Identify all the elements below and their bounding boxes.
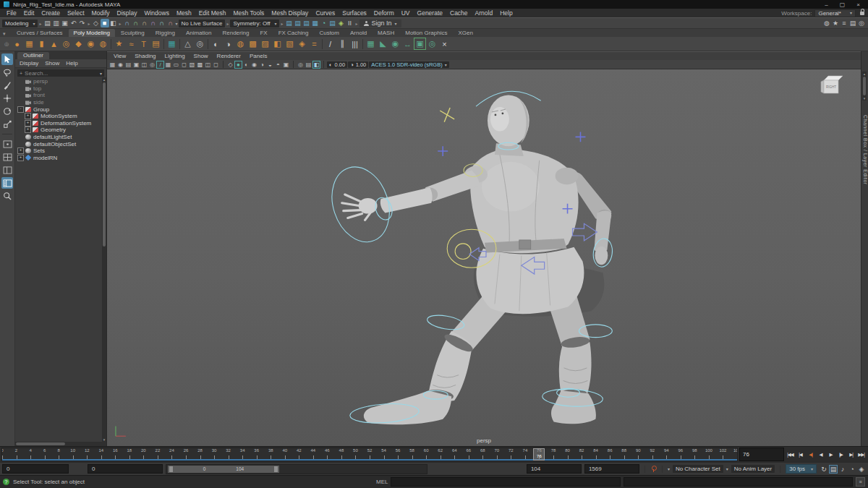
maximize-button[interactable]: ▢: [840, 1, 846, 8]
shelf-tab-motion-graphics[interactable]: Motion Graphics: [400, 29, 452, 37]
animation-start-field[interactable]: 0: [2, 464, 69, 474]
menu-item[interactable]: UV: [398, 9, 414, 17]
shelf-tab-sculpting[interactable]: Sculpting: [116, 29, 150, 37]
playback-speed-clock-icon[interactable]: ◔: [848, 465, 856, 474]
group-expander-icon[interactable]: ▸: [281, 21, 283, 26]
poly-torus-icon[interactable]: ◎: [60, 38, 72, 50]
insert-edge-loop-icon[interactable]: ∥: [336, 38, 349, 50]
lock-camera-icon[interactable]: ◉: [116, 61, 124, 69]
step-back-key-button[interactable]: |◀: [796, 450, 805, 459]
expander-icon[interactable]: +: [25, 113, 31, 119]
go-to-start-button[interactable]: |◀◀: [786, 450, 795, 459]
menu-item[interactable]: Curves: [312, 9, 339, 17]
shelf-tab-xgen[interactable]: XGen: [453, 29, 477, 37]
play-backwards-button[interactable]: ◀: [816, 450, 825, 459]
shaded-mode-icon[interactable]: ●: [234, 61, 242, 69]
shelf-tab-curves-surfaces[interactable]: Curves / Surfaces: [12, 29, 68, 37]
outliner-item-front[interactable]: +front: [15, 92, 102, 99]
fps-dropdown[interactable]: 30 fps▾: [786, 464, 817, 474]
camera-attributes-icon[interactable]: ▤: [124, 61, 132, 69]
menu-item[interactable]: Surfaces: [339, 9, 370, 17]
snap-to-view-plane-icon[interactable]: ∩: [158, 19, 166, 27]
super-shape-icon[interactable]: ▦: [166, 38, 178, 50]
step-forward-frame-button[interactable]: |▶: [836, 450, 846, 459]
symmetry-dropdown[interactable]: Symmetry: Off▾: [230, 20, 279, 27]
menu-item[interactable]: Create: [38, 9, 64, 17]
menuset-dropdown[interactable]: Modeling▾: [2, 20, 38, 27]
expander-icon[interactable]: +: [17, 147, 24, 154]
ipr-render-icon[interactable]: ▤: [293, 19, 302, 27]
launch-render-view-icon[interactable]: ▤: [328, 19, 336, 27]
screen-space-ao-icon[interactable]: ◒: [266, 61, 274, 69]
step-back-frame-button[interactable]: ◀|: [806, 450, 815, 459]
grid-toggle-icon[interactable]: ▦: [164, 61, 172, 69]
grease-pencil-icon[interactable]: /: [156, 61, 164, 69]
zoom-tool[interactable]: [1, 190, 13, 202]
colorspace-dropdown[interactable]: ACES 1.0 SDR-video (sRGB)▾: [369, 61, 448, 68]
outliner-item-geometry[interactable]: +Geometry: [15, 127, 102, 134]
workspace-selector[interactable]: Workspace: General*▾: [781, 9, 868, 17]
sign-in-button[interactable]: Sign In ▾: [359, 20, 401, 27]
gate-mask-icon[interactable]: ▧: [188, 61, 196, 69]
poly-cone-icon[interactable]: ▲: [48, 38, 60, 50]
poly-plane-icon[interactable]: ◆: [72, 38, 85, 50]
view-cube[interactable]: RIGHT: [820, 74, 845, 95]
undo-icon[interactable]: ↶: [69, 19, 78, 27]
mel-command-input[interactable]: [391, 477, 620, 487]
speaker-icon[interactable]: ♪: [838, 465, 847, 474]
menu-item[interactable]: Windows: [140, 9, 172, 17]
platonic-solid-icon[interactable]: ◍: [97, 38, 109, 50]
outliner-menu-item[interactable]: Display: [20, 60, 38, 67]
shelf-tab-poly-modeling[interactable]: Poly Modeling: [69, 29, 115, 37]
current-frame-marker[interactable]: 76: [533, 448, 545, 461]
shelf-tab-animation[interactable]: Animation: [181, 29, 217, 37]
poly-type-icon[interactable]: T: [137, 38, 150, 50]
reduce-icon[interactable]: ▨: [259, 38, 271, 50]
shelf-tab-fx[interactable]: FX: [255, 29, 272, 37]
new-scene-icon[interactable]: ▤: [43, 19, 52, 27]
multisampling-icon[interactable]: ▣: [282, 61, 290, 69]
select-by-object-icon[interactable]: ■: [101, 19, 109, 27]
anim-layer-dropdown[interactable]: No Anim Layer: [731, 465, 775, 473]
isolate-select-icon[interactable]: ◎: [297, 61, 305, 69]
character-set-dropdown[interactable]: No Character Set: [673, 465, 723, 473]
menu-item[interactable]: Modify: [88, 9, 114, 17]
outliner-item-modelrn[interactable]: +modelRN: [15, 155, 102, 162]
outliner-item-persp[interactable]: +persp: [15, 78, 102, 85]
average-vertices-icon[interactable]: ◎: [426, 38, 438, 50]
lock-icon[interactable]: [860, 12, 864, 15]
group-expander-icon[interactable]: ▸: [226, 21, 229, 26]
shelf-tab-custom[interactable]: Custom: [314, 29, 344, 37]
viewport-canvas[interactable]: RIGHT persp: [107, 69, 861, 446]
safe-title-icon[interactable]: ◻: [212, 61, 220, 69]
create-polygon-tool-icon[interactable]: ★: [113, 38, 125, 50]
menu-item[interactable]: File: [3, 9, 20, 17]
shelf-options-icon[interactable]: ◎: [2, 40, 11, 48]
2d-pan-zoom-icon[interactable]: ◎: [148, 61, 156, 69]
chevron-down-icon[interactable]: ▾: [726, 466, 728, 471]
motion-blur-toggle-icon[interactable]: ◓: [274, 61, 282, 69]
open-scene-icon[interactable]: ▥: [52, 19, 61, 27]
shelf-tab-fx-caching[interactable]: FX Caching: [273, 29, 314, 37]
target-weld-icon[interactable]: ◉: [389, 38, 401, 50]
layout-outliner-persp[interactable]: [1, 177, 13, 189]
offset-edge-loop-icon[interactable]: |||: [349, 38, 361, 50]
snap-to-curve-icon[interactable]: ∩: [132, 19, 140, 27]
outliner-menu-item[interactable]: Help: [66, 60, 77, 67]
shelf-tab-rendering[interactable]: Rendering: [217, 29, 254, 37]
graph-editor-toggle-icon[interactable]: ▤: [829, 465, 838, 474]
outliner-item-top[interactable]: +top: [15, 85, 102, 93]
bridge-icon[interactable]: =: [308, 38, 320, 50]
shelf-tab-mash[interactable]: MASH: [373, 29, 399, 37]
minimize-button[interactable]: –: [825, 1, 827, 8]
wireframe-mode-icon[interactable]: ◇: [226, 61, 234, 69]
lasso-tool[interactable]: [1, 67, 13, 78]
gamma-field[interactable]: ◑1.00: [348, 61, 368, 68]
multi-cut-icon[interactable]: /: [324, 38, 336, 50]
select-by-hierarchy-icon[interactable]: ◇: [92, 19, 101, 27]
close-button[interactable]: ×: [856, 1, 860, 8]
xgen-panel-icon[interactable]: ★: [831, 19, 840, 27]
outliner-tab[interactable]: Outliner: [17, 52, 49, 59]
toon-shading-icon[interactable]: ◔: [319, 19, 328, 27]
make-live-shelf-icon[interactable]: ◣: [377, 38, 389, 50]
